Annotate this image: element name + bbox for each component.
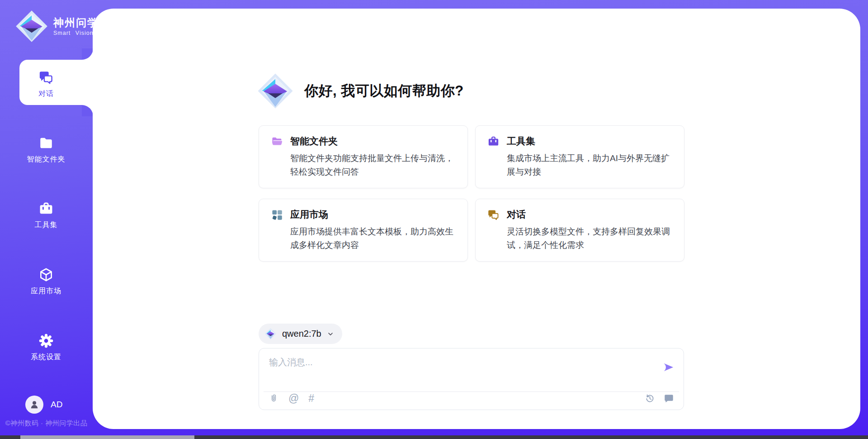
card-toolset[interactable]: 工具集 集成市场上主流工具，助力AI与外界无缝扩展与对接 (475, 125, 684, 188)
composer-tools-left: @ # (269, 393, 314, 404)
folder-icon (38, 135, 54, 151)
sidebar-footer: ©神州数码 · 神州问学出品 (0, 419, 93, 428)
card-title: 应用市场 (290, 208, 328, 221)
avatar[interactable] (25, 396, 43, 414)
card-head: 工具集 (487, 135, 673, 148)
card-description: 应用市场提供丰富长文本模板，助力高效生成多样化文章内容 (290, 225, 457, 252)
history-icon[interactable] (645, 393, 655, 404)
model-name: qwen2:7b (282, 329, 321, 339)
horizontal-scrollbar[interactable] (0, 435, 868, 439)
sidebar-item-label: 应用市场 (31, 286, 61, 296)
sidebar-item-apps[interactable]: 应用市场 (10, 262, 82, 301)
briefcase-icon (487, 135, 500, 148)
user-row[interactable]: AD (25, 396, 62, 414)
greeting: 你好, 我可以如何帮助你? (256, 72, 464, 110)
briefcase-icon (38, 201, 54, 216)
sidebar-item-label: 对话 (38, 89, 54, 99)
chat-bubbles-icon (38, 70, 54, 85)
sidebar-item-tools[interactable]: 工具集 (10, 196, 82, 235)
user-name: AD (51, 400, 62, 410)
message-composer: @ # (259, 348, 684, 410)
paperclip-icon[interactable] (269, 393, 279, 404)
chat-square-icon[interactable] (664, 393, 674, 404)
active-pill-fillet-bottom (82, 105, 93, 116)
sidebar-item-label: 工具集 (35, 220, 58, 230)
person-icon (28, 399, 40, 410)
card-description: 智能文件夹功能支持批量文件上传与清洗，轻松实现文件问答 (290, 152, 457, 179)
sidebar-item-label: 智能文件夹 (27, 155, 66, 164)
folder-open-icon (271, 135, 283, 148)
card-head: 对话 (487, 208, 673, 221)
active-pill-fillet-top (82, 48, 93, 60)
sidebar-item-settings[interactable]: 系统设置 (10, 328, 82, 367)
send-button[interactable] (662, 361, 675, 373)
card-description: 灵活切换多模型文件，支持多样回复效果调试，满足个性化需求 (507, 225, 673, 252)
message-input[interactable] (268, 355, 650, 382)
brand-diamond-icon (256, 72, 294, 110)
card-head: 应用市场 (271, 208, 457, 221)
card-head: 智能文件夹 (271, 135, 457, 148)
brand-text: 神州问学 Smart Vision (53, 17, 99, 36)
brand-name: 神州问学 (53, 17, 99, 29)
card-chat[interactable]: 对话 灵活切换多模型文件，支持多样回复效果调试，满足个性化需求 (475, 199, 684, 262)
chat-bubbles-icon (487, 209, 500, 221)
feature-cards: 智能文件夹 智能文件夹功能支持批量文件上传与清洗，轻松实现文件问答 工具集 集成… (259, 125, 684, 262)
gear-icon (38, 333, 54, 348)
greeting-title: 你好, 我可以如何帮助你? (304, 81, 464, 100)
main-panel: 你好, 我可以如何帮助你? 智能文件夹 智能文件夹功能支持批量文件上传与清洗，轻… (93, 9, 860, 429)
card-description: 集成市场上主流工具，助力AI与外界无缝扩展与对接 (507, 152, 673, 179)
at-icon[interactable]: @ (288, 393, 299, 404)
composer-tools-right (645, 393, 674, 404)
brand-diamond-icon (264, 328, 277, 340)
card-title: 对话 (507, 208, 526, 221)
scrollbar-thumb[interactable] (20, 435, 194, 439)
cube-icon (38, 267, 54, 282)
composer-divider (264, 391, 679, 392)
card-app-market[interactable]: 应用市场 应用市场提供丰富长文本模板，助力高效生成多样化文章内容 (259, 199, 468, 262)
brand-subtitle: Smart Vision (53, 30, 99, 36)
model-selector[interactable]: qwen2:7b (259, 324, 342, 344)
card-title: 智能文件夹 (290, 135, 338, 148)
hash-icon[interactable]: # (308, 393, 314, 404)
sidebar-item-folders[interactable]: 智能文件夹 (10, 130, 82, 170)
card-smart-folders[interactable]: 智能文件夹 智能文件夹功能支持批量文件上传与清洗，轻松实现文件问答 (259, 125, 468, 188)
send-icon (662, 361, 675, 373)
chevron-down-icon (327, 330, 334, 338)
card-title: 工具集 (507, 135, 535, 148)
brand-diamond-icon (14, 9, 49, 43)
sidebar-item-label: 系统设置 (31, 353, 61, 362)
sidebar-item-chat[interactable]: 对话 (10, 64, 82, 104)
grid-icon (271, 209, 283, 221)
brand-logo: 神州问学 Smart Vision (14, 9, 99, 43)
